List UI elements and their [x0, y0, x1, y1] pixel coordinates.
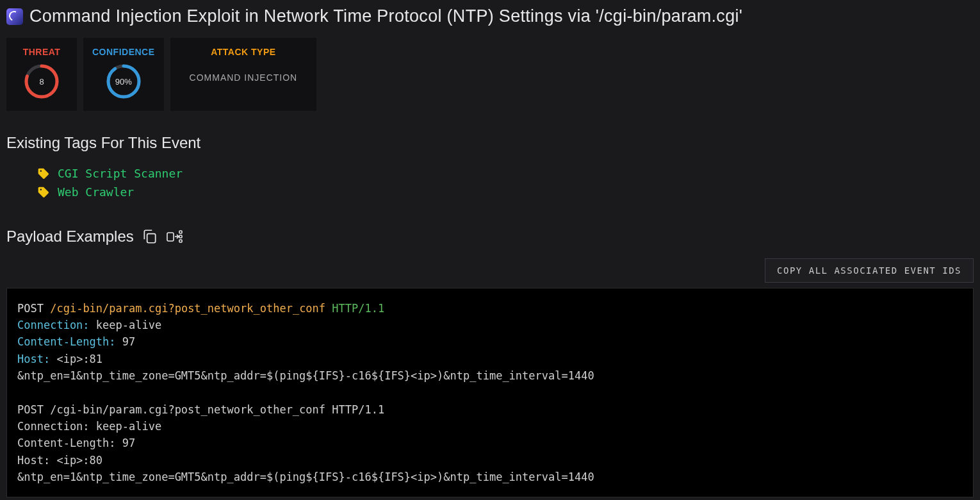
tag-row[interactable]: Web Crawler	[37, 183, 974, 202]
tags-list: CGI Script ScannerWeb Crawler	[37, 165, 974, 202]
payload-section-title: Payload Examples	[6, 228, 134, 246]
tag-icon	[37, 167, 50, 180]
confidence-label: CONFIDENCE	[92, 47, 155, 57]
attack-type-value: COMMAND INJECTION	[184, 63, 303, 92]
tag-row[interactable]: CGI Script Scanner	[37, 165, 974, 183]
copy-bar: COPY ALL ASSOCIATED EVENT IDS	[6, 258, 974, 283]
tag-label: Web Crawler	[58, 183, 134, 202]
copy-icon[interactable]	[142, 228, 158, 245]
attack-type-label: ATTACK TYPE	[211, 47, 275, 57]
threat-gauge: 8	[24, 63, 60, 99]
svg-rect-5	[167, 233, 174, 241]
tags-section-title: Existing Tags For This Event	[6, 134, 974, 152]
confidence-card: CONFIDENCE 90%	[83, 38, 164, 111]
svg-rect-8	[179, 240, 182, 242]
svg-rect-4	[147, 233, 155, 242]
variant-icon[interactable]	[166, 228, 184, 245]
threat-card: THREAT 8	[6, 38, 77, 111]
app-logo-icon	[6, 8, 23, 25]
copy-all-ids-button[interactable]: COPY ALL ASSOCIATED EVENT IDS	[765, 258, 974, 283]
payload-section-head: Payload Examples	[6, 228, 974, 246]
threat-label: THREAT	[23, 47, 61, 57]
svg-rect-7	[179, 235, 182, 238]
threat-value: 8	[24, 63, 60, 99]
attack-type-card: ATTACK TYPE COMMAND INJECTION	[170, 38, 317, 111]
confidence-value: 90%	[106, 63, 142, 99]
tag-icon	[37, 186, 50, 199]
tag-label: CGI Script Scanner	[58, 165, 183, 183]
stat-cards: THREAT 8 CONFIDENCE 90% ATTACK TYPE COMM…	[6, 38, 974, 111]
page-title: Command Injection Exploit in Network Tim…	[29, 6, 742, 26]
title-row: Command Injection Exploit in Network Tim…	[6, 6, 974, 26]
confidence-gauge: 90%	[106, 63, 142, 99]
payload-code-panel[interactable]: POST /cgi-bin/param.cgi?post_network_oth…	[6, 288, 974, 498]
svg-rect-6	[179, 231, 182, 233]
